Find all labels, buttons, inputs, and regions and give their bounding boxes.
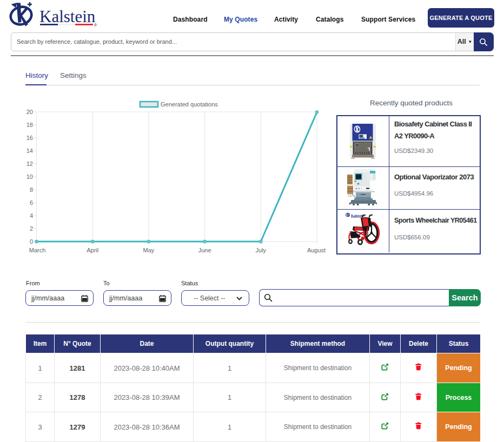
svg-text:0: 0 xyxy=(30,238,33,245)
svg-text:April: April xyxy=(87,247,98,253)
svg-text:2: 2 xyxy=(30,225,33,232)
svg-text:20: 20 xyxy=(26,109,33,115)
svg-text:®: ® xyxy=(94,23,97,27)
svg-text:8: 8 xyxy=(30,186,33,193)
svg-text:June: June xyxy=(198,247,211,253)
svg-text:August: August xyxy=(307,247,326,253)
svg-text:16: 16 xyxy=(26,135,33,141)
svg-text:14: 14 xyxy=(26,148,33,154)
svg-text:10: 10 xyxy=(26,173,33,180)
svg-text:Generated quotations: Generated quotations xyxy=(161,101,218,108)
svg-text:May: May xyxy=(143,247,155,253)
svg-text:July: July xyxy=(256,247,267,253)
svg-text:March: March xyxy=(29,247,46,253)
svg-text:Kalstein: Kalstein xyxy=(39,7,96,26)
svg-text:4: 4 xyxy=(30,212,33,219)
svg-text:12: 12 xyxy=(26,160,33,167)
svg-text:18: 18 xyxy=(26,122,33,128)
svg-text:6: 6 xyxy=(30,199,33,206)
